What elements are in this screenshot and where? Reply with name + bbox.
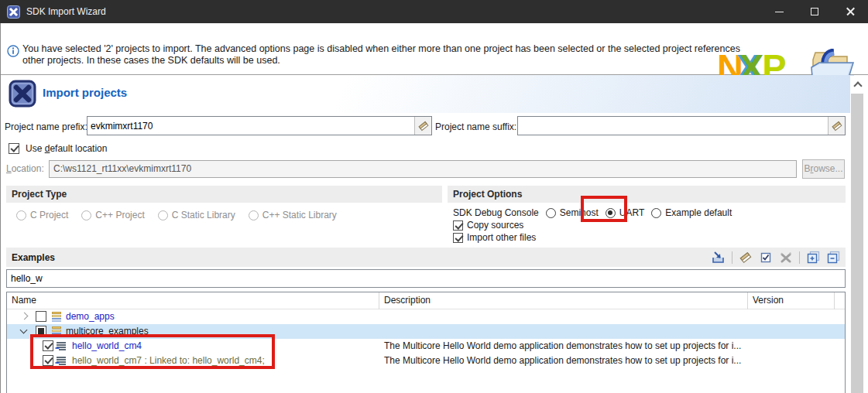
banner-message-line1: You have selected '2' projects to import… [22,43,740,55]
examples-filter-wrap [6,269,846,288]
close-button[interactable] [832,0,868,23]
use-default-location-checkbox[interactable]: Use default location [9,143,107,154]
table-row-demo-apps[interactable]: demo_apps [7,309,845,324]
checkbox-icon [453,233,463,243]
row-name[interactable]: hello_world_cm7 : Linked to: hello_world… [72,354,265,368]
project-options-header: Project Options [448,186,846,203]
row-checkbox[interactable] [43,355,53,366]
clear-filter-button[interactable] [739,251,753,265]
minimize-icon [775,12,784,12]
row-checkbox[interactable] [43,340,53,351]
prefix-label: Project name prefix: [5,121,87,132]
radio-cpp-static-library: C++ Static Library [249,210,337,220]
minimize-button[interactable] [761,0,797,23]
table-row-hello-world-cm4[interactable]: hello_world_cm4 The Multicore Hello Worl… [7,339,845,354]
scroll-up-icon[interactable] [853,81,862,90]
clear-suffix-button[interactable] [828,117,845,135]
info-icon [7,45,19,57]
row-name[interactable]: hello_world_cm4 [72,339,142,354]
table-header: Name Description Version [7,292,845,309]
app-logo-icon [7,5,20,19]
table-row-hello-world-cm7[interactable]: hello_world_cm7 : Linked to: hello_world… [7,354,845,368]
eraser-icon [739,251,752,264]
column-header-description[interactable]: Description [379,292,748,309]
eraser-icon [832,121,842,132]
info-banner: You have selected '2' projects to import… [0,23,868,75]
radio-c-project: C Project [16,210,68,220]
sdk-debug-console-label: SDK Debug Console [453,207,539,218]
copy-sources-checkbox[interactable]: Copy sources [453,220,846,231]
import-other-files-label: Import other files [467,232,536,243]
radio-icon [16,210,26,220]
column-header-name[interactable]: Name [7,292,379,309]
vertical-scrollbar[interactable] [850,76,866,393]
radio-icon [606,208,616,218]
window-left-edge [0,23,1,393]
examples-filter-input[interactable] [7,270,845,287]
collapse-all-button[interactable] [826,251,840,265]
project-options-group: Project Options SDK Debug Console Semiho… [448,186,846,243]
row-description: The Multicore Hello World demo applicati… [384,354,741,368]
row-checkbox[interactable] [36,311,46,322]
expand-chevron-icon[interactable] [21,313,29,320]
radio-semihost[interactable]: Semihost [546,207,599,218]
suffix-label: Project name suffix: [435,121,516,132]
collapse-chevron-icon[interactable] [20,326,28,334]
row-description: The Multicore Hello World demo applicati… [384,339,741,354]
copy-sources-label: Copy sources [467,220,523,231]
checkbox-icon [9,143,19,154]
suffix-field-wrap [517,116,846,135]
column-header-version[interactable]: Version [748,292,835,309]
project-type-group: Project Type C Project C++ Project C Sta… [6,186,442,220]
examples-title: Examples [12,252,55,263]
wizard-header: Import projects [0,75,854,113]
table-row-multicore-examples[interactable]: multicore_examples [7,324,845,339]
row-name[interactable]: multicore_examples [66,324,149,339]
radio-icon [81,210,91,220]
radio-cpp-project: C++ Project [81,210,144,220]
use-default-location-label: Use default location [26,143,107,154]
eraser-icon [418,121,429,132]
radio-example-default[interactable]: Example default [651,207,732,218]
row-name[interactable]: demo_apps [66,309,115,324]
radio-icon [249,210,259,220]
radio-uart[interactable]: UART [606,207,644,218]
deselect-all-button[interactable] [779,251,793,265]
browse-button: Browse... [802,159,845,179]
clear-prefix-button[interactable] [414,117,431,135]
row-checkbox[interactable] [36,326,46,337]
category-icon [52,326,62,337]
maximize-icon [811,8,818,15]
window-title: SDK Import Wizard [26,6,106,17]
collapse-all-icon [827,251,840,264]
banner-message: You have selected '2' projects to import… [22,43,740,67]
category-icon [52,312,62,323]
example-icon [55,356,66,367]
import-example-button[interactable] [712,251,726,265]
import-example-icon [712,251,726,265]
scrollbar-thumb[interactable] [851,94,863,393]
location-field: C:\ws1121_rt11xx\evkmimxrt1170 [49,160,797,178]
project-name-suffix-input[interactable] [518,117,828,135]
radio-c-static-library: C Static Library [158,210,235,220]
radio-icon [158,210,168,220]
radio-icon [546,208,556,218]
example-icon [55,341,66,352]
banner-message-line2: other projects. In these cases the SDK d… [22,55,740,67]
toolbar-separator [799,251,800,264]
expand-all-icon [807,251,820,264]
examples-section-header: Examples [6,248,846,267]
toolbar-separator [732,251,732,264]
project-type-header: Project Type [6,186,442,203]
project-name-prefix-input[interactable] [87,117,414,135]
examples-table: Name Description Version demo_apps multi… [6,292,846,393]
select-all-button[interactable] [759,251,773,265]
expand-all-button[interactable] [806,251,820,265]
prefix-field-wrap [87,116,432,135]
page-title: Import projects [43,86,127,99]
maximize-button[interactable] [797,0,832,23]
checkbox-icon [453,220,463,231]
title-bar: SDK Import Wizard [0,0,868,23]
close-icon [846,7,855,16]
import-other-files-checkbox[interactable]: Import other files [453,232,846,243]
